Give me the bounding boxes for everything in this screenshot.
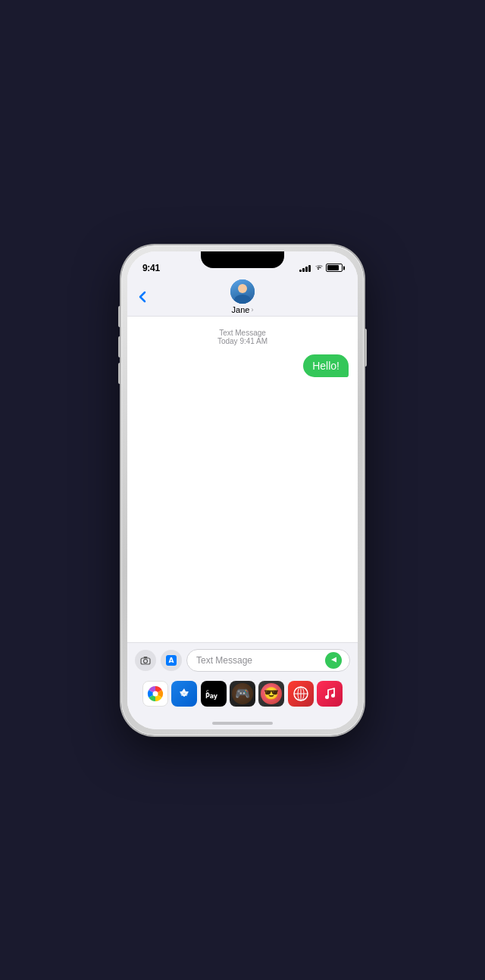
svg-point-13 xyxy=(325,695,329,699)
contact-header[interactable]: Jane › xyxy=(230,279,255,314)
status-icons xyxy=(299,264,343,273)
camera-button[interactable] xyxy=(135,650,156,671)
message-input-placeholder: Text Message xyxy=(196,655,325,666)
home-bar xyxy=(212,722,273,725)
app-icons-row: c Pay 🎮 😎 xyxy=(135,678,350,711)
send-button[interactable]: ▲ xyxy=(325,652,342,669)
app-icon-applepay[interactable]: c Pay xyxy=(201,681,227,707)
svg-point-6 xyxy=(153,691,158,696)
phone-screen: 9:41 xyxy=(127,251,358,729)
input-row: A Text Message ▲ xyxy=(135,649,350,672)
battery-icon xyxy=(326,264,343,272)
contact-name: Jane xyxy=(232,305,250,314)
phone-frame: 9:41 xyxy=(121,245,364,735)
app-icon-memoji2[interactable]: 😎 xyxy=(258,681,284,707)
contact-name-row: Jane › xyxy=(232,305,254,314)
svg-text:Pay: Pay xyxy=(205,693,218,700)
avatar xyxy=(230,279,255,304)
message-type-label: Text Message xyxy=(136,329,349,337)
message-input[interactable]: Text Message ▲ xyxy=(186,649,350,672)
app-icon-music[interactable] xyxy=(317,681,343,707)
app-icon-safari[interactable] xyxy=(288,681,314,707)
battery-fill xyxy=(327,265,339,270)
messages-list: Hello! xyxy=(136,354,349,377)
app-icon-appstore[interactable] xyxy=(171,681,197,707)
input-area: A Text Message ▲ xyxy=(127,642,358,717)
appstore-button[interactable]: A xyxy=(161,650,182,671)
message-time-label: Today 9:41 AM xyxy=(136,337,349,345)
sent-message-bubble: Hello! xyxy=(303,354,349,377)
wifi-icon xyxy=(314,264,323,273)
nav-header: Jane › xyxy=(127,279,358,317)
message-date-header: Text Message Today 9:41 AM xyxy=(136,329,349,345)
home-indicator xyxy=(127,717,358,729)
messages-area[interactable]: Text Message Today 9:41 AM Hello! xyxy=(127,317,358,642)
send-arrow-icon: ▲ xyxy=(328,655,339,664)
status-time: 9:41 xyxy=(142,263,160,273)
avatar-image xyxy=(230,279,255,304)
svg-text:A: A xyxy=(169,657,174,664)
svg-rect-2 xyxy=(144,657,148,658)
notch xyxy=(201,251,284,268)
svg-point-1 xyxy=(144,659,148,663)
app-icon-memoji1[interactable]: 🎮 xyxy=(230,681,255,707)
svg-point-14 xyxy=(331,694,335,698)
back-button[interactable] xyxy=(135,287,150,307)
signal-bars-icon xyxy=(299,264,311,272)
app-icon-photos[interactable] xyxy=(142,681,168,707)
chevron-right-icon: › xyxy=(251,306,253,314)
message-row: Hello! xyxy=(136,354,349,377)
message-text: Hello! xyxy=(312,360,340,372)
